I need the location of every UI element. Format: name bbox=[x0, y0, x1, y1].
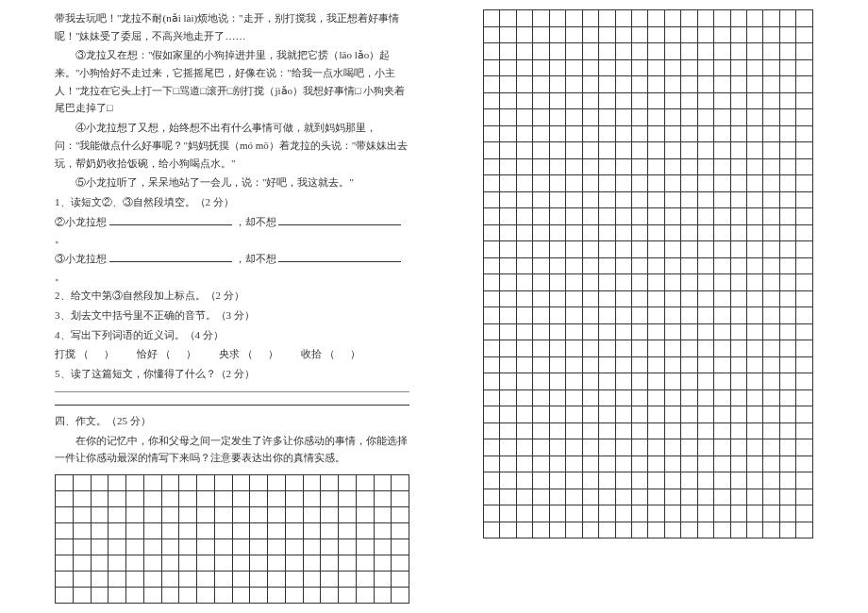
grid-cell[interactable] bbox=[763, 10, 779, 27]
grid-cell[interactable] bbox=[582, 422, 598, 439]
grid-cell[interactable] bbox=[143, 507, 161, 523]
grid-cell[interactable] bbox=[714, 456, 730, 472]
grid-cell[interactable] bbox=[91, 555, 108, 572]
grid-cell[interactable] bbox=[250, 475, 268, 491]
grid-cell[interactable] bbox=[582, 274, 598, 291]
grid-cell[interactable] bbox=[214, 491, 232, 507]
grid-cell[interactable] bbox=[779, 142, 795, 159]
grid-cell[interactable] bbox=[681, 505, 697, 522]
grid-cell[interactable] bbox=[763, 307, 779, 324]
grid-cell[interactable] bbox=[582, 389, 598, 406]
grid-cell[interactable] bbox=[730, 175, 746, 192]
grid-cell[interactable] bbox=[516, 142, 532, 159]
grid-cell[interactable] bbox=[664, 109, 680, 126]
grid-cell[interactable] bbox=[582, 257, 598, 274]
grid-cell[interactable] bbox=[582, 323, 598, 340]
grid-cell[interactable] bbox=[484, 224, 500, 241]
grid-cell[interactable] bbox=[697, 522, 713, 538]
grid-cell[interactable] bbox=[582, 191, 598, 208]
grid-cell[interactable] bbox=[730, 522, 746, 538]
grid-cell[interactable] bbox=[484, 142, 500, 159]
grid-cell[interactable] bbox=[779, 224, 795, 241]
grid-cell[interactable] bbox=[615, 472, 631, 489]
grid-cell[interactable] bbox=[484, 26, 500, 43]
grid-cell[interactable] bbox=[356, 588, 374, 604]
grid-cell[interactable] bbox=[484, 373, 500, 390]
grid-cell[interactable] bbox=[533, 290, 549, 307]
grid-cell[interactable] bbox=[321, 507, 339, 523]
grid-cell[interactable] bbox=[126, 491, 144, 507]
grid-cell[interactable] bbox=[549, 125, 565, 142]
grid-cell[interactable] bbox=[615, 323, 631, 340]
grid-cell[interactable] bbox=[285, 572, 303, 588]
grid-cell[interactable] bbox=[484, 323, 500, 340]
grid-cell[interactable] bbox=[615, 505, 631, 522]
grid-cell[interactable] bbox=[697, 356, 713, 373]
grid-cell[interactable] bbox=[73, 523, 91, 539]
grid-cell[interactable] bbox=[214, 523, 232, 539]
grid-cell[interactable] bbox=[681, 389, 697, 406]
grid-cell[interactable] bbox=[796, 489, 813, 505]
grid-cell[interactable] bbox=[484, 505, 500, 522]
grid-cell[interactable] bbox=[268, 555, 286, 572]
grid-cell[interactable] bbox=[779, 439, 795, 456]
grid-cell[interactable] bbox=[549, 456, 565, 472]
grid-cell[interactable] bbox=[73, 491, 91, 507]
grid-cell[interactable] bbox=[500, 522, 516, 538]
grid-cell[interactable] bbox=[648, 472, 664, 489]
grid-cell[interactable] bbox=[516, 26, 532, 43]
grid-cell[interactable] bbox=[763, 505, 779, 522]
grid-cell[interactable] bbox=[108, 491, 126, 507]
grid-cell[interactable] bbox=[484, 92, 500, 109]
grid-cell[interactable] bbox=[73, 572, 91, 588]
grid-cell[interactable] bbox=[648, 224, 664, 241]
grid-cell[interactable] bbox=[321, 475, 339, 491]
grid-cell[interactable] bbox=[582, 76, 598, 93]
grid-cell[interactable] bbox=[484, 522, 500, 538]
grid-cell[interactable] bbox=[779, 373, 795, 390]
grid-cell[interactable] bbox=[763, 257, 779, 274]
grid-cell[interactable] bbox=[615, 406, 631, 423]
grid-cell[interactable] bbox=[730, 340, 746, 357]
grid-cell[interactable] bbox=[533, 406, 549, 423]
grid-cell[interactable] bbox=[697, 109, 713, 126]
grid-cell[interactable] bbox=[631, 323, 647, 340]
grid-cell[interactable] bbox=[664, 175, 680, 192]
grid-cell[interactable] bbox=[500, 456, 516, 472]
grid-cell[interactable] bbox=[250, 572, 268, 588]
grid-cell[interactable] bbox=[664, 472, 680, 489]
grid-cell[interactable] bbox=[533, 10, 549, 27]
grid-cell[interactable] bbox=[582, 208, 598, 225]
grid-cell[interactable] bbox=[566, 456, 582, 472]
grid-cell[interactable] bbox=[648, 356, 664, 373]
grid-cell[interactable] bbox=[631, 522, 647, 538]
grid-cell[interactable] bbox=[582, 356, 598, 373]
grid-cell[interactable] bbox=[714, 389, 730, 406]
grid-cell[interactable] bbox=[664, 76, 680, 93]
grid-cell[interactable] bbox=[681, 191, 697, 208]
grid-cell[interactable] bbox=[108, 539, 126, 555]
grid-cell[interactable] bbox=[648, 26, 664, 43]
grid-cell[interactable] bbox=[197, 572, 215, 588]
grid-cell[interactable] bbox=[796, 92, 813, 109]
grid-cell[interactable] bbox=[484, 191, 500, 208]
grid-cell[interactable] bbox=[214, 539, 232, 555]
grid-cell[interactable] bbox=[214, 555, 232, 572]
grid-cell[interactable] bbox=[648, 191, 664, 208]
grid-cell[interactable] bbox=[631, 59, 647, 76]
grid-cell[interactable] bbox=[250, 491, 268, 507]
grid-cell[interactable] bbox=[747, 340, 763, 357]
grid-cell[interactable] bbox=[763, 456, 779, 472]
grid-cell[interactable] bbox=[631, 472, 647, 489]
grid-cell[interactable] bbox=[179, 507, 197, 523]
grid-cell[interactable] bbox=[484, 125, 500, 142]
grid-cell[interactable] bbox=[126, 475, 144, 491]
grid-cell[interactable] bbox=[599, 10, 615, 27]
grid-cell[interactable] bbox=[549, 43, 565, 60]
grid-cell[interactable] bbox=[73, 555, 91, 572]
grid-cell[interactable] bbox=[681, 472, 697, 489]
grid-cell[interactable] bbox=[730, 290, 746, 307]
grid-cell[interactable] bbox=[714, 356, 730, 373]
grid-cell[interactable] bbox=[747, 92, 763, 109]
grid-cell[interactable] bbox=[516, 505, 532, 522]
